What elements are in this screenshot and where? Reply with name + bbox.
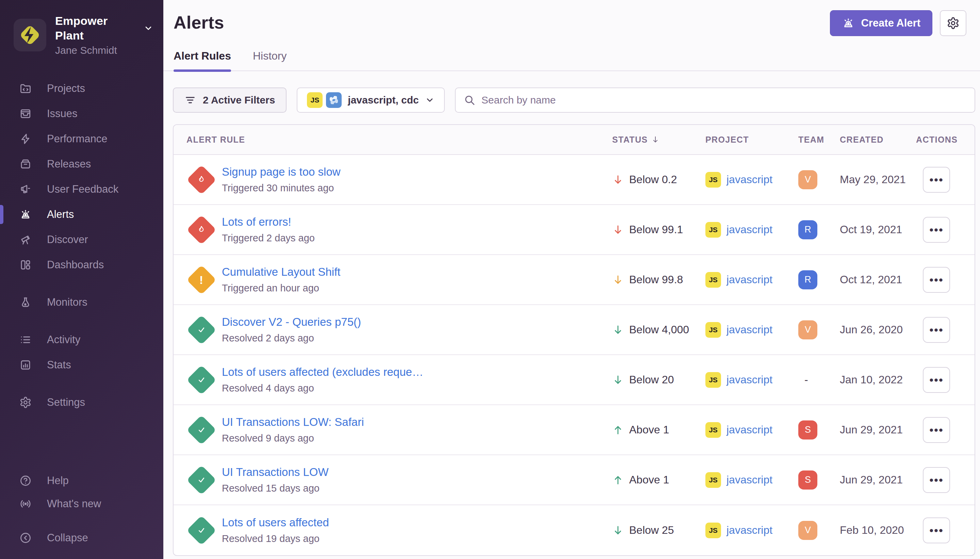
- arrow-down-icon: [612, 324, 624, 336]
- sidebar-item-performance[interactable]: Performance: [0, 126, 163, 152]
- alert-rule-link[interactable]: Lots of errors!: [222, 215, 315, 230]
- status-value: Below 99.1: [629, 223, 683, 236]
- created-date: Feb 10, 2020: [840, 524, 916, 536]
- alert-rule-link[interactable]: UI Transactions LOW: [222, 465, 329, 480]
- row-actions-button[interactable]: •••: [923, 167, 950, 193]
- project-link[interactable]: javascript: [726, 273, 772, 286]
- project-link[interactable]: javascript: [726, 423, 772, 436]
- alert-rule-link[interactable]: Lots of users affected (excludes reque…: [222, 365, 423, 380]
- sidebar-item-stats[interactable]: Stats: [0, 352, 163, 377]
- row-actions-button[interactable]: •••: [923, 267, 950, 293]
- org-name: Empower Plant: [55, 13, 139, 43]
- python-project-icon: [326, 92, 342, 108]
- sort-descending-icon: [651, 135, 660, 144]
- row-actions-button[interactable]: •••: [923, 467, 950, 493]
- project-link[interactable]: javascript: [726, 223, 772, 236]
- created-date: May 29, 2021: [840, 173, 916, 186]
- resolved-check-icon: [186, 515, 216, 546]
- search-input[interactable]: [482, 94, 967, 106]
- arrow-down-icon: [612, 374, 624, 386]
- sidebar-item-dashboards[interactable]: Dashboards: [0, 252, 163, 278]
- project-filter-label: javascript, cdc: [348, 94, 419, 106]
- sidebar-item-activity[interactable]: Activity: [0, 327, 163, 352]
- resolved-check-icon: [186, 415, 216, 445]
- status-value: Below 4,000: [629, 323, 689, 336]
- alert-rule-link[interactable]: Lots of users affected: [222, 515, 329, 531]
- releases-icon: [19, 158, 32, 170]
- column-actions: ACTIONS: [916, 135, 975, 145]
- sidebar-item-label: Activity: [47, 334, 80, 346]
- arrow-up-icon: [612, 474, 624, 486]
- resolved-check-icon: [186, 315, 216, 345]
- create-alert-label: Create Alert: [861, 17, 921, 29]
- sidebar-item-projects[interactable]: Projects: [0, 76, 163, 101]
- sidebar-item-releases[interactable]: Releases: [0, 152, 163, 177]
- table-row: UI Transactions LOW: Safari Resolved 9 d…: [173, 405, 975, 455]
- project-filter-dropdown[interactable]: JS javascript, cdc: [297, 88, 444, 113]
- created-date: Jan 10, 2022: [840, 374, 916, 386]
- row-actions-button[interactable]: •••: [923, 217, 950, 243]
- javascript-project-icon: JS: [705, 372, 721, 388]
- dashboards-icon: [19, 259, 32, 271]
- create-alert-button[interactable]: Create Alert: [830, 10, 932, 36]
- sidebar-item-help[interactable]: Help: [0, 469, 163, 492]
- status-value: Below 99.8: [629, 273, 683, 286]
- team-avatar: S: [798, 420, 817, 440]
- sidebar-collapse-button[interactable]: Collapse: [0, 526, 163, 549]
- user-feedback-icon: [19, 183, 32, 195]
- project-link[interactable]: javascript: [726, 323, 772, 336]
- sidebar-item-alerts[interactable]: Alerts: [0, 202, 163, 227]
- project-link[interactable]: javascript: [726, 473, 772, 486]
- critical-alert-icon: [186, 215, 216, 245]
- alert-rule-subtitle: Resolved 2 days ago: [222, 332, 361, 345]
- sidebar-item-label: Releases: [47, 158, 91, 170]
- sidebar-item-label: Issues: [47, 108, 78, 120]
- sidebar-item-user-feedback[interactable]: User Feedback: [0, 177, 163, 202]
- sidebar-bottom: Help What's new Collapse: [0, 469, 163, 549]
- sidebar: Empower Plant Jane Schmidt Projects Issu…: [0, 0, 163, 559]
- row-actions-button[interactable]: •••: [923, 518, 950, 543]
- sidebar-item-settings[interactable]: Settings: [0, 390, 163, 415]
- alert-rule-link[interactable]: Discover V2 - Queries p75(): [222, 314, 361, 330]
- sidebar-item-label: User Feedback: [47, 183, 119, 195]
- org-switcher[interactable]: Empower Plant Jane Schmidt: [0, 0, 163, 57]
- monitors-icon: [19, 296, 32, 308]
- project-link[interactable]: javascript: [726, 173, 772, 186]
- team-avatar: R: [798, 220, 817, 239]
- row-actions-button[interactable]: •••: [923, 367, 950, 393]
- column-alert-rule: ALERT RULE: [173, 135, 612, 145]
- row-actions-button[interactable]: •••: [923, 317, 950, 343]
- page-header: Alerts Create Alert: [163, 0, 980, 33]
- active-filters-button[interactable]: 2 Active Filters: [173, 88, 287, 113]
- table-header: ALERT RULE STATUS PROJECT TEAM CREATED A…: [173, 125, 975, 155]
- collapse-icon: [19, 532, 32, 544]
- critical-alert-icon: [186, 165, 216, 195]
- sidebar-item-monitors[interactable]: Monitors: [0, 290, 163, 315]
- sidebar-item-label: Stats: [47, 359, 71, 371]
- alert-rule-subtitle: Resolved 4 days ago: [222, 382, 423, 395]
- team-avatar: R: [798, 270, 817, 289]
- discover-icon: [19, 233, 32, 246]
- row-actions-button[interactable]: •••: [923, 417, 950, 443]
- created-date: Jun 29, 2021: [840, 473, 916, 486]
- alert-settings-button[interactable]: [940, 10, 967, 36]
- project-link[interactable]: javascript: [726, 524, 772, 536]
- javascript-project-icon: JS: [705, 322, 721, 338]
- javascript-project-icon: JS: [705, 222, 721, 238]
- sidebar-item-label: Settings: [47, 396, 85, 408]
- tab-alert-rules[interactable]: Alert Rules: [173, 50, 231, 71]
- alert-rule-link[interactable]: Signup page is too slow: [222, 164, 341, 180]
- alert-rule-link[interactable]: UI Transactions LOW: Safari: [222, 415, 364, 430]
- alert-rule-link[interactable]: Cumulative Layout Shift: [222, 265, 341, 280]
- project-link[interactable]: javascript: [726, 374, 772, 386]
- org-logo: [13, 19, 46, 51]
- sidebar-item-issues[interactable]: Issues: [0, 101, 163, 126]
- table-row: Discover V2 - Queries p75() Resolved 2 d…: [173, 305, 975, 355]
- tab-history[interactable]: History: [253, 50, 287, 71]
- javascript-project-icon: JS: [705, 272, 721, 288]
- column-status[interactable]: STATUS: [612, 135, 705, 145]
- sidebar-item-whats-new[interactable]: What's new: [0, 492, 163, 515]
- javascript-project-icon: JS: [705, 472, 721, 488]
- sidebar-item-discover[interactable]: Discover: [0, 227, 163, 252]
- alert-rule-subtitle: Resolved 15 days ago: [222, 482, 329, 495]
